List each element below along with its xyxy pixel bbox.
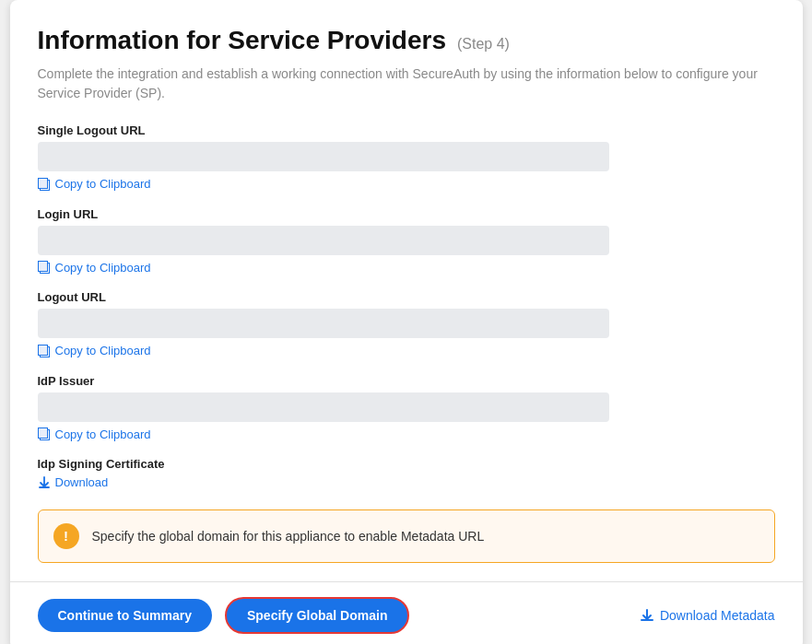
field-idp-issuer: IdP Issuer Copy to Clipboard — [38, 374, 775, 445]
step-label: (Step 4) — [457, 36, 510, 53]
field-single-logout: Single Logout URL Copy to Clipboard — [38, 123, 775, 194]
copy-login-url-text: Copy to Clipboard — [55, 261, 151, 275]
card-footer: Continue to Summary Specify Global Domai… — [10, 581, 803, 645]
copy-icon-logout — [38, 345, 51, 357]
idp-issuer-input-bar — [38, 392, 609, 422]
copy-idp-issuer-link[interactable]: Copy to Clipboard — [38, 427, 151, 441]
field-certificate: Idp Signing Certificate Download — [38, 457, 775, 493]
alert-message: Specify the global domain for this appli… — [92, 529, 485, 544]
field-logout-url: Logout URL Copy to Clipboard — [38, 290, 775, 361]
main-card: Information for Service Providers (Step … — [10, 0, 803, 644]
copy-logout-url-text: Copy to Clipboard — [55, 344, 151, 357]
copy-icon-idp-issuer — [38, 427, 51, 440]
copy-single-logout-text: Copy to Clipboard — [55, 177, 151, 191]
certificate-label: Idp Signing Certificate — [38, 457, 775, 471]
download-certificate-link[interactable]: Download — [38, 475, 109, 489]
field-login-url: Login URL Copy to Clipboard — [38, 207, 775, 278]
page-title: Information for Service Providers — [38, 26, 446, 55]
continue-to-summary-button[interactable]: Continue to Summary — [38, 599, 212, 632]
copy-icon-login — [38, 261, 51, 274]
description-text: Complete the integration and establish a… — [38, 64, 775, 103]
copy-logout-url-link[interactable]: Copy to Clipboard — [38, 344, 151, 357]
alert-box: ! Specify the global domain for this app… — [38, 509, 775, 563]
download-metadata-link[interactable]: Download Metadata — [640, 608, 775, 623]
specify-global-domain-button[interactable]: Specify Global Domain — [225, 597, 409, 634]
single-logout-label: Single Logout URL — [38, 123, 775, 137]
login-url-input-bar — [38, 226, 609, 255]
download-icon — [38, 476, 51, 489]
logout-url-input-bar — [38, 309, 609, 338]
download-certificate-text: Download — [55, 475, 109, 489]
copy-idp-issuer-text: Copy to Clipboard — [55, 427, 151, 441]
download-metadata-text: Download Metadata — [660, 608, 775, 623]
idp-issuer-label: IdP Issuer — [38, 374, 775, 388]
single-logout-input-bar — [38, 142, 609, 171]
logout-url-label: Logout URL — [38, 290, 775, 304]
copy-single-logout-link[interactable]: Copy to Clipboard — [38, 177, 151, 191]
alert-icon: ! — [53, 523, 79, 549]
download-metadata-icon — [640, 608, 654, 623]
header-row: Information for Service Providers (Step … — [38, 26, 775, 55]
copy-icon-single-logout — [38, 178, 51, 191]
card-body: Information for Service Providers (Step … — [10, 0, 803, 581]
copy-login-url-link[interactable]: Copy to Clipboard — [38, 261, 151, 275]
login-url-label: Login URL — [38, 207, 775, 221]
